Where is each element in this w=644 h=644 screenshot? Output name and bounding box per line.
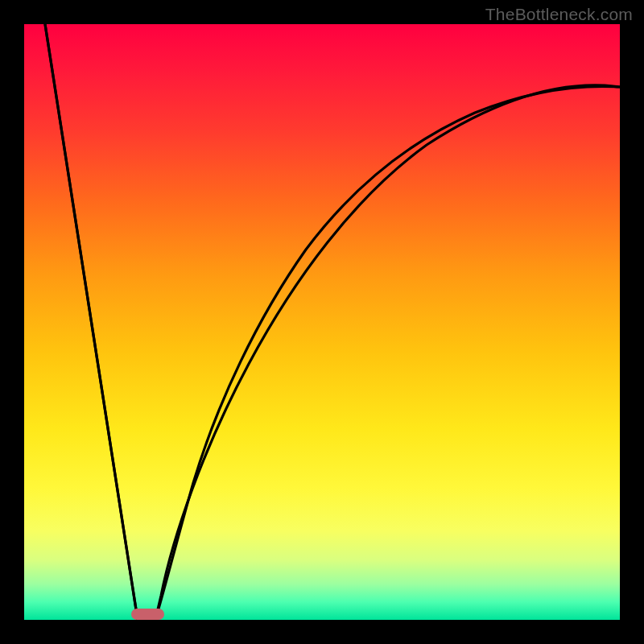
watermark-text: TheBottleneck.com [485,5,633,24]
bottleneck-curve [24,24,620,620]
right-branch-path [155,86,620,620]
plot-area [24,24,620,620]
optimal-marker [131,609,164,620]
curve-path-precise [45,24,138,620]
chart-frame: TheBottleneck.com [0,0,644,644]
curve-path [45,24,620,620]
